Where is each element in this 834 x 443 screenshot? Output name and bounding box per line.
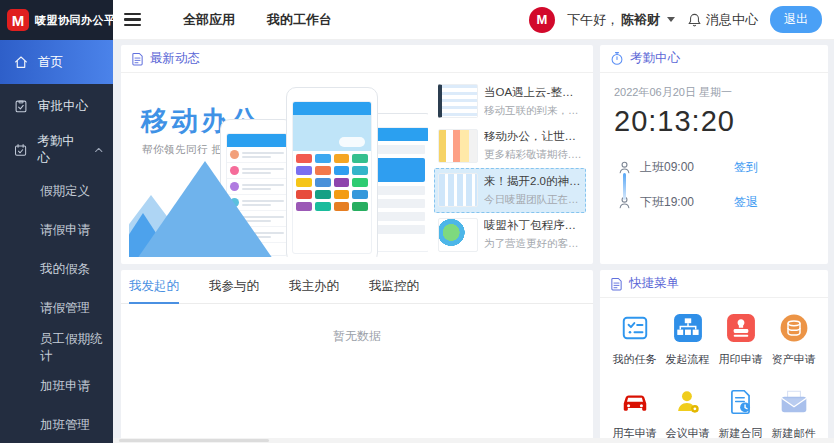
news-thumbnail	[438, 173, 478, 207]
attendance-row-checkin: 上班09:00 签到	[614, 152, 814, 182]
tasks-tab-bar: 我发起的 我参与的 我主办的 我监控的	[121, 270, 593, 304]
task-list-icon	[620, 313, 650, 343]
quick-menu-grid: 我的任务 发起流程 用印申请 资产申请	[600, 298, 828, 441]
mountain-shape	[137, 161, 273, 257]
sidebar-item-approval-center[interactable]: 审批中心	[0, 84, 113, 128]
document-icon	[131, 52, 144, 66]
news-banner[interactable]: 移动办公 帮你领先同行 把工作带出办公室	[129, 79, 428, 257]
app-window: M 唛盟协同办公平台 全部应用 我的工作台 M 下午好，陈裕财 消息中心 退出	[0, 0, 834, 443]
news-item[interactable]: 唛盟补丁包程序更新 为了营造更好的客户体验，唛	[434, 213, 586, 258]
quick-item-label: 资产申请	[767, 352, 820, 367]
checkin-link[interactable]: 签到	[734, 159, 758, 176]
quick-item-new-contract[interactable]: 新建合同	[714, 387, 767, 441]
news-item[interactable]: 当OA遇上云-整个协同OA 移动互联的到来，让OA与云	[434, 79, 586, 124]
menu-collapse-icon[interactable]	[124, 13, 141, 27]
logo-letter: M	[12, 12, 25, 29]
news-item-selected[interactable]: 来！揭开2.0的神秘面纱- 今日唛盟团队正在加班加点，	[434, 168, 586, 213]
news-item[interactable]: 移动办公，让世界触手可 更多精彩敬请期待.......	[434, 124, 586, 169]
quick-item-seal-request[interactable]: 用印申请	[714, 313, 767, 367]
news-subtitle: 移动互联的到来，让OA与云	[484, 104, 582, 118]
message-center-label: 消息中心	[706, 11, 758, 29]
document-icon	[610, 277, 623, 291]
top-nav: 全部应用 我的工作台	[183, 11, 332, 29]
tab-initiated-by-me[interactable]: 我发起的	[129, 270, 179, 304]
sidebar-subitem-holiday-definition[interactable]: 假期定义	[0, 172, 113, 211]
stopwatch-icon	[610, 51, 624, 66]
mail-icon	[779, 387, 809, 417]
quick-item-asset-request[interactable]: 资产申请	[767, 313, 820, 367]
attendance-card: 考勤中心 2022年06月20日 星期一 20:13:20 上班09:00 签到	[600, 45, 828, 264]
person-icon	[617, 195, 632, 210]
quick-item-start-flow[interactable]: 发起流程	[661, 313, 714, 367]
empty-state-text: 暂无数据	[121, 328, 593, 345]
sidebar-subitem-overtime-request[interactable]: 加班申请	[0, 367, 113, 406]
sidebar-subitem-my-leave-slips[interactable]: 我的假条	[0, 250, 113, 289]
message-center[interactable]: 消息中心	[687, 11, 758, 29]
news-thumbnail	[438, 84, 478, 118]
quick-menu-card: 快捷菜单 我的任务 发起流程 用印申请	[600, 270, 828, 443]
tab-hosted-by-me[interactable]: 我主办的	[289, 270, 339, 304]
tab-participated-by-me[interactable]: 我参与的	[209, 270, 259, 304]
app-logo: M	[7, 9, 29, 31]
checkin-time-label: 上班09:00	[640, 159, 718, 176]
news-text: 来！揭开2.0的神秘面纱- 今日唛盟团队正在加班加点，	[484, 174, 582, 207]
news-thumbnail	[438, 218, 478, 252]
latest-news-title: 最新动态	[150, 50, 200, 67]
news-thumbnail	[438, 129, 478, 163]
approval-icon	[13, 98, 29, 114]
news-text: 当OA遇上云-整个协同OA 移动互联的到来，让OA与云	[484, 85, 582, 118]
attendance-title: 考勤中心	[630, 50, 680, 67]
sidebar-item-home[interactable]: 首页	[0, 40, 113, 84]
nav-my-workspace[interactable]: 我的工作台	[267, 11, 332, 29]
news-subtitle: 今日唛盟团队正在加班加点，	[484, 193, 582, 207]
horizontal-scrollbar[interactable]	[113, 438, 834, 443]
content-area: 最新动态 移动办公 帮你领先同行 把工作带出办公室	[113, 40, 834, 443]
quick-item-vehicle-request[interactable]: 用车申请	[608, 387, 661, 441]
phone-mockup-center	[286, 87, 378, 257]
quick-item-label: 用印申请	[714, 352, 767, 367]
quick-menu-title: 快捷菜单	[629, 275, 679, 292]
quick-item-new-mail[interactable]: 新建邮件	[767, 387, 820, 441]
bell-icon	[687, 12, 702, 28]
tab-monitored-by-me[interactable]: 我监控的	[369, 270, 419, 304]
news-subtitle: 为了营造更好的客户体验，唛	[484, 237, 582, 251]
latest-news-body: 移动办公 帮你领先同行 把工作带出办公室	[121, 73, 593, 263]
latest-news-card: 最新动态 移动办公 帮你领先同行 把工作带出办公室	[121, 45, 593, 264]
news-text: 移动办公，让世界触手可 更多精彩敬请期待.......	[484, 129, 582, 162]
sidebar-subitem-leave-management[interactable]: 请假管理	[0, 289, 113, 328]
main-layout: 首页 审批中心 考勤中心 假期定义 请假申请 我的假条 请假管理 员工假期统计 …	[0, 40, 834, 443]
stamp-icon	[726, 313, 756, 343]
logout-button[interactable]: 退出	[770, 6, 822, 33]
scrollbar-thumb[interactable]	[119, 439, 269, 442]
sidebar-subitem-leave-request[interactable]: 请假申请	[0, 211, 113, 250]
avatar-letter: M	[537, 12, 548, 27]
phone-app-grid	[293, 151, 371, 214]
user-avatar[interactable]: M	[529, 7, 555, 33]
brand: M 唛盟协同办公平台	[0, 0, 113, 40]
top-bar: M 唛盟协同办公平台 全部应用 我的工作台 M 下午好，陈裕财 消息中心 退出	[0, 0, 834, 40]
checkout-time-label: 下班19:00	[640, 194, 718, 211]
quick-menu-header: 快捷菜单	[600, 270, 828, 298]
attendance-icon	[13, 142, 28, 158]
sidebar-subitem-overtime-management[interactable]: 加班管理	[0, 406, 113, 443]
user-menu[interactable]: 下午好，陈裕财	[567, 11, 675, 29]
user-name: 陈裕财	[621, 11, 660, 29]
sidebar: 首页 审批中心 考勤中心 假期定义 请假申请 我的假条 请假管理 员工假期统计 …	[0, 40, 113, 443]
quick-item-label: 发起流程	[661, 352, 714, 367]
chevron-down-icon	[667, 17, 675, 22]
asset-icon	[779, 313, 809, 343]
sidebar-subitem-employee-leave-stats[interactable]: 员工假期统计	[0, 328, 113, 367]
checkout-link[interactable]: 签退	[734, 194, 758, 211]
quick-item-my-tasks[interactable]: 我的任务	[608, 313, 661, 367]
quick-item-meeting-request[interactable]: 会议申请	[661, 387, 714, 441]
sidebar-item-label: 首页	[38, 54, 63, 71]
news-list: 当OA遇上云-整个协同OA 移动互联的到来，让OA与云 移动办公，让世界触手可 …	[434, 79, 586, 257]
attendance-clock: 20:13:20	[614, 105, 814, 138]
person-icon	[617, 160, 632, 175]
sidebar-item-attendance-center[interactable]: 考勤中心	[0, 128, 113, 172]
attendance-header: 考勤中心	[600, 45, 828, 73]
flow-icon	[673, 313, 703, 343]
latest-news-header: 最新动态	[121, 45, 593, 73]
news-title: 当OA遇上云-整个协同OA	[484, 85, 582, 100]
nav-all-apps[interactable]: 全部应用	[183, 11, 235, 29]
